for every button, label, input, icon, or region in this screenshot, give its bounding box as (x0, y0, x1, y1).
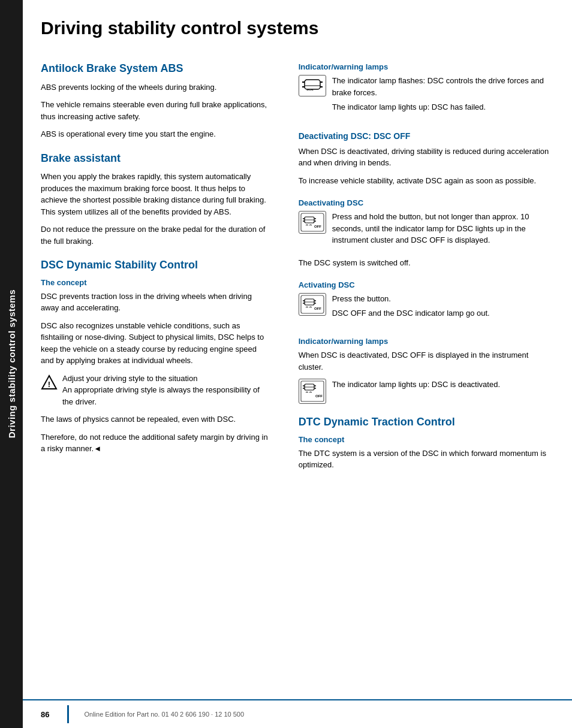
abs-para-2: The vehicle remains steerable even durin… (41, 99, 272, 122)
deactivating-dsc-title: Deactivating DSC (299, 198, 554, 207)
svg-text:OFF: OFF (314, 307, 321, 310)
right-column: Indicator/warning lamps (287, 50, 572, 699)
activating-dsc-inline: OFF Press the button. DSC OFF and the DS… (299, 293, 554, 325)
svg-rect-2 (305, 80, 320, 89)
deactivating-dsc-off-section: Deactivating DSC: DSC OFF When DSC is de… (299, 131, 554, 187)
activating-dsc-text-wrapper: Press the button. DSC OFF and the DSC in… (332, 293, 490, 325)
dtc-concept-text: The DTC system is a version of the DSC i… (299, 448, 554, 471)
deactivating-dsc-off-para-1: When DSC is deactivated, driving stabili… (299, 146, 554, 169)
abs-section: Antilock Brake System ABS ABS prevents l… (41, 62, 272, 140)
dsc-warning-line2: An appropriate driving style is always t… (62, 385, 260, 406)
deactivating-dsc-text2: The DSC system is switched off. (299, 257, 554, 269)
indicator-lamps-1-text: The indicator lamp flashes: DSC controls… (332, 75, 554, 119)
abs-title: Antilock Brake System ABS (41, 62, 272, 75)
brake-assistant-para-1: When you apply the brakes rapidly, this … (41, 171, 272, 218)
activating-dsc-title: Activating DSC (299, 280, 554, 289)
activating-dsc-section: Activating DSC (299, 280, 554, 325)
page-number: 86 (41, 710, 49, 719)
dsc-concept-para-1: DSC prevents traction loss in the drivin… (41, 291, 272, 314)
dsc-off-button-icon: OFF (299, 211, 326, 234)
svg-text:!: ! (48, 380, 50, 389)
indicator-lamps-1-text2: The indicator lamp lights up: DSC has fa… (332, 101, 554, 113)
indicator-lamps-2-wrapper: OFF The indicator lamp lights up: DSC is… (299, 379, 554, 404)
dsc-indicator-icon (299, 75, 326, 96)
brake-assistant-title: Brake assistant (41, 152, 272, 165)
footer-bar (67, 705, 69, 723)
dsc-warning-block: ! Adjust your driving style to the situa… (41, 373, 272, 408)
page-title: Driving stability control systems (23, 18, 572, 50)
brake-assistant-section: Brake assistant When you apply the brake… (41, 152, 272, 247)
indicator-lamps-2-title: Indicator/warning lamps (299, 337, 554, 346)
indicator-lamps-1-title: Indicator/warning lamps (299, 62, 554, 71)
dsc-concept-para-2: DSC also recognizes unstable vehicle con… (41, 320, 272, 367)
indicator-lamps-1-text1: The indicator lamp flashes: DSC controls… (332, 75, 554, 98)
dtc-section: DTC Dynamic Traction Control The concept… (299, 416, 554, 471)
deactivating-dsc-off-title: Deactivating DSC: DSC OFF (299, 131, 554, 141)
dsc-title: DSC Dynamic Stability Control (41, 259, 272, 272)
footer-text: Online Edition for Part no. 01 40 2 606 … (84, 711, 244, 718)
brake-assistant-para-2: Do not reduce the pressure on the brake … (41, 223, 272, 247)
main-content: Driving stability control systems Antilo… (23, 0, 572, 728)
footer: 86 Online Edition for Part no. 01 40 2 6… (23, 699, 572, 728)
left-column: Antilock Brake System ABS ABS prevents l… (23, 50, 287, 699)
two-column-layout: Antilock Brake System ABS ABS prevents l… (23, 50, 572, 699)
svg-text:OFF: OFF (315, 394, 323, 398)
sidebar-tab: Driving stability control systems (0, 0, 23, 728)
warning-triangle-icon: ! (41, 374, 58, 391)
dsc-section: DSC Dynamic Stability Control The concep… (41, 259, 272, 455)
indicator-lamps-1-section: Indicator/warning lamps (299, 62, 554, 119)
deactivating-dsc-off-para-2: To increase vehicle stability, activate … (299, 175, 554, 187)
sidebar-label: Driving stability control systems (7, 289, 17, 438)
dtc-title: DTC Dynamic Traction Control (299, 416, 554, 429)
deactivating-dsc-inline: OFF Press and hold the button, but not l… (299, 211, 554, 252)
dsc-warning-line1: Adjust your driving style to the situati… (62, 374, 197, 383)
dsc-activate-button-icon: OFF (299, 293, 326, 316)
activating-dsc-text1: Press the button. (332, 293, 490, 305)
indicator-lamps-2-text1: When DSC is deactivated, DSC OFF is disp… (299, 349, 554, 373)
svg-text:OFF: OFF (314, 225, 321, 228)
dsc-after-warning-2: Therefore, do not reduce the additional … (41, 431, 272, 455)
dtc-concept-title: The concept (299, 435, 554, 444)
abs-para-1: ABS prevents locking of the wheels durin… (41, 81, 272, 93)
activating-dsc-text2: DSC OFF and the DSC indicator lamp go ou… (332, 307, 490, 319)
dsc-after-warning-1: The laws of physics cannot be repealed, … (41, 413, 272, 425)
deactivating-dsc-text1: Press and hold the button, but not longe… (332, 211, 554, 246)
indicator-lamps-1-wrapper: The indicator lamp flashes: DSC controls… (299, 75, 554, 119)
deactivating-dsc-section: Deactivating DSC (299, 198, 554, 268)
abs-para-3: ABS is operational every time you start … (41, 128, 272, 140)
dsc-concept-title: The concept (41, 278, 272, 287)
indicator-lamps-2-text2: The indicator lamp lights up: DSC is dea… (332, 379, 500, 391)
dsc-off-indicator-icon: OFF (299, 379, 326, 404)
dsc-warning-text: Adjust your driving style to the situati… (62, 373, 272, 408)
indicator-lamps-2-section: Indicator/warning lamps When DSC is deac… (299, 337, 554, 404)
